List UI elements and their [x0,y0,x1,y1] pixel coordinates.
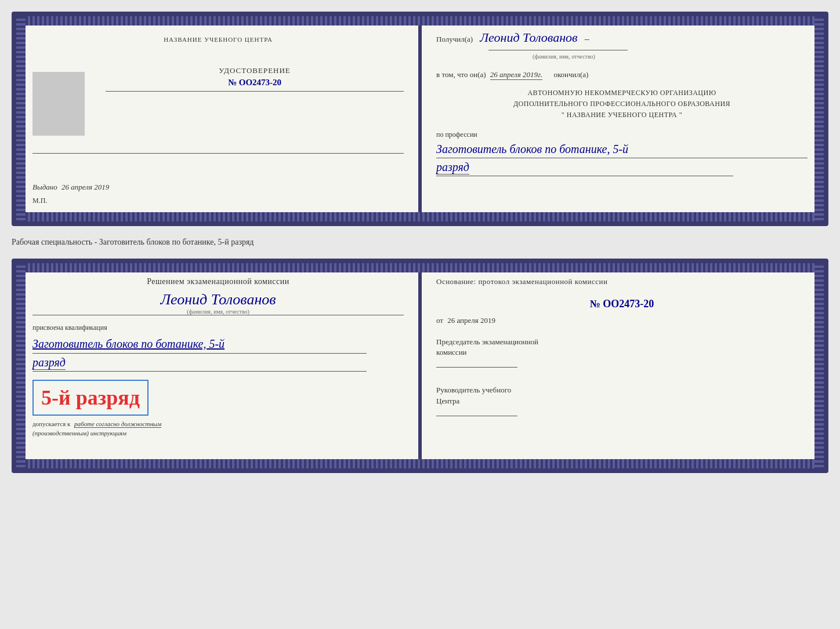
number-underline [106,91,404,92]
ot-label: от [436,316,443,325]
predsedatel-line1: Председатель экзаменационной [436,337,808,347]
bottom-cert-left: Решением экзаменационной комиссии Леонид… [16,263,420,468]
dopusk-instructions: (производственным) инструкциям [32,430,126,437]
avt-line1: АВТОНОМНУЮ НЕКОММЕРЧЕСКУЮ ОРГАНИЗАЦИЮ [436,88,808,99]
bottom-certificate: Решением экзаменационной комиссии Леонид… [12,259,828,473]
prisvoena-label: присвоена квалификация [32,323,404,332]
training-center-title: НАЗВАНИЕ УЧЕБНОГО ЦЕНТРА [32,36,404,43]
resheniem-label: Решением экзаменационной комиссии [32,277,404,286]
top-cert-left: НАЗВАНИЕ УЧЕБНОГО ЦЕНТРА УДОСТОВЕРЕНИЕ №… [16,16,420,221]
sidebar-ticks: – – и ,а ←– – – – – [813,28,820,210]
poluchil-label: Получил(а) [436,35,473,43]
rukovoditel-block: Руководитель учебного Центра [436,385,808,416]
photo-placeholder [32,72,85,136]
cert-number: № OO2473-20 [106,78,404,88]
dopusk-label: допускается к [32,420,70,427]
dopusk-instr: (производственным) инструкциям [32,430,404,437]
protocol-number: № OO2473-20 [436,298,808,310]
sidebar-ticks-2: – – – и ,а ←– – – – – [813,275,820,457]
okончил-label: окончил(а) [553,70,588,79]
ot-date-block: от 26 апреля 2019 [436,316,808,325]
bottom-fio-label: (фамилия, имя, отчество) [32,308,404,315]
predsedatel-block: Председатель экзаменационной комиссии [436,337,808,368]
specialty-label: Рабочая специальность - Заготовитель бло… [12,235,828,249]
udost-label: УДОСТОВЕРЕНИЕ [106,66,404,75]
predsedatel-line2: комиссии [436,347,808,358]
top-certificate-wrapper: НАЗВАНИЕ УЧЕБНОГО ЦЕНТРА УДОСТОВЕРЕНИЕ №… [12,12,828,226]
bottom-name: Леонид Толованов [32,291,404,308]
ot-date: 26 апреля 2019 [447,316,495,325]
rukovoditel-sign-line [436,416,517,416]
signature-line [32,153,404,154]
po-professii-label: по профессии [436,130,808,139]
bottom-cert-content: Решением экзаменационной комиссии Леонид… [16,263,824,468]
vydano-block: Выдано 26 апреля 2019 [32,183,404,192]
avt-line2: ДОПОЛНИТЕЛЬНОГО ПРОФЕССИОНАЛЬНОГО ОБРАЗО… [436,99,808,110]
top-cert-content: НАЗВАНИЕ УЧЕБНОГО ЦЕНТРА УДОСТОВЕРЕНИЕ №… [16,16,824,221]
vtom-block: в том, что он(а) 26 апреля 2019г. окончи… [436,70,808,79]
filler-dash: – [585,34,589,43]
top-certificate: НАЗВАНИЕ УЧЕБНОГО ЦЕНТРА УДОСТОВЕРЕНИЕ №… [12,12,828,226]
avt-line3: " НАЗВАНИЕ УЧЕБНОГО ЦЕНТРА " [436,110,808,121]
vtom-date: 26 апреля 2019г. [490,70,542,80]
fio-label-top: (фамилия, имя, отчество) [494,53,633,60]
rukovoditel-line1: Руководитель учебного [436,385,808,395]
dopusk-block: допускается к работе согласно должностны… [32,420,404,427]
mp-label: М.П. [32,197,404,205]
bottom-certificate-wrapper: Решением экзаменационной комиссии Леонид… [12,259,828,473]
grade-box: 5-й разряд [32,380,149,416]
predsedatel-sign-line [436,367,517,368]
osnovanie-label: Основание: протокол экзаменационной коми… [436,277,808,286]
recipient-name: Леонид Толованов [480,30,578,45]
top-cert-right: Получил(а) Леонид Толованов – (фамилия, … [420,16,824,221]
rukovoditel-line2: Центра [436,396,808,406]
page-container: НАЗВАНИЕ УЧЕБНОГО ЦЕНТРА УДОСТОВЕРЕНИЕ №… [12,12,828,473]
vydano-label: Выдано [32,183,57,191]
razryad-bottom: разряд [32,356,66,370]
grade-number: 5-й разряд [41,386,140,410]
kvali-name: Заготовитель блоков по ботанике, 5-й [32,336,404,352]
razryad-name-top: разряд [436,161,469,174]
avt-block: АВТОНОМНУЮ НЕКОММЕРЧЕСКУЮ ОРГАНИЗАЦИЮ ДО… [436,88,808,121]
vtom-label: в том, что он(а) [436,70,486,79]
dopusk-work: работе согласно должностным [74,420,161,428]
professiya-name: Заготовитель блоков по ботанике, 5-й [436,141,808,157]
bottom-cert-right: Основание: протокол экзаменационной коми… [420,263,824,468]
vydano-date: 26 апреля 2019 [61,183,109,191]
